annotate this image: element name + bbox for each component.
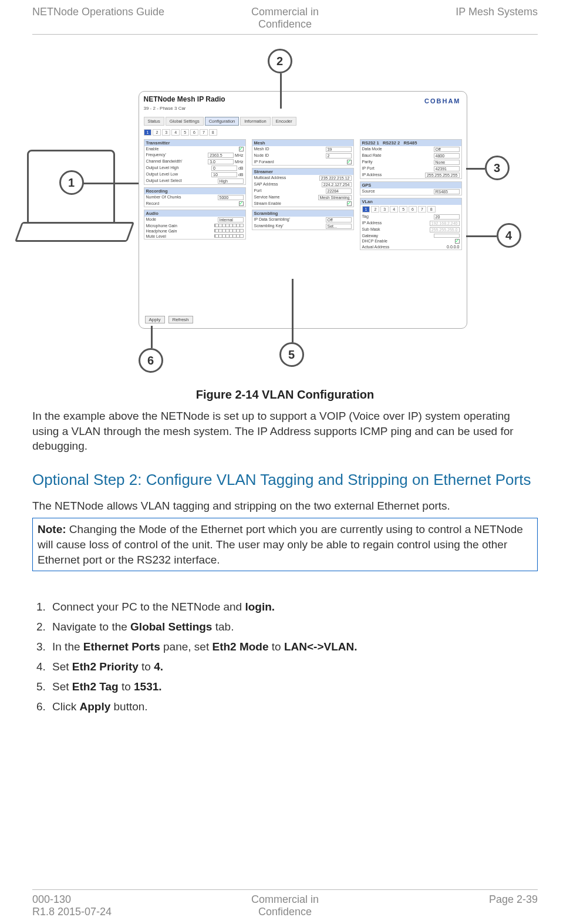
vlan-tab-5[interactable]: 5: [399, 206, 407, 213]
dhcp-enable-checkbox[interactable]: [455, 239, 460, 244]
record-checkbox[interactable]: [239, 201, 244, 206]
tab-status[interactable]: Status: [144, 117, 164, 126]
sub-tabs: 1 2 3 4 5 6 7 8: [144, 129, 462, 136]
group-vlan: VLan 1 2 3 4 5 6 7 8 Tag20 IP Address1: [360, 198, 462, 250]
note-box: Note: Changing the Mode of the Ethernet …: [32, 518, 538, 571]
mute-level-slider[interactable]: [214, 234, 244, 238]
step-intro: The NETNode allows VLAN tagging and stri…: [32, 498, 538, 514]
tab-rs232-1[interactable]: RS232 1: [362, 140, 379, 146]
note-text: Changing the Mode of the Ethernet port w…: [38, 523, 523, 565]
callout-2: 2: [268, 49, 292, 73]
step-1: Connect your PC to the NETNode and login…: [49, 597, 538, 617]
panel-subtitle: 39 - 2 - Phase 3 Car: [144, 106, 462, 111]
cobham-logo: COBHAM: [424, 97, 461, 104]
vlan-tab-7[interactable]: 7: [418, 206, 426, 213]
panel-title: NETNode Mesh IP Radio: [144, 95, 462, 103]
main-tabs: Status Global Settings Configuration Inf…: [144, 117, 462, 126]
vlan-tab-4[interactable]: 4: [390, 206, 398, 213]
ipforward-checkbox[interactable]: [347, 160, 352, 164]
footer-left: 000-130 R1.8 2015-07-24: [32, 893, 201, 918]
step-6: Click Apply button.: [49, 697, 538, 717]
group-recording: Recording Number Of Chunks5000 Record: [144, 187, 246, 207]
mic-gain-slider[interactable]: [214, 224, 244, 227]
group-audio: Audio ModeInternal Microphone Gain Headp…: [144, 210, 246, 240]
app-panel: NETNode Mesh IP Radio 39 - 2 - Phase 3 C…: [139, 91, 467, 329]
callout-6: 6: [139, 348, 163, 373]
figure-block: NETNode Mesh IP Radio 39 - 2 - Phase 3 C…: [32, 56, 538, 375]
subtab-4[interactable]: 4: [171, 129, 180, 136]
subtab-3[interactable]: 3: [162, 129, 170, 136]
subtab-8[interactable]: 8: [209, 129, 217, 136]
step-2: Navigate to the Global Settings tab.: [49, 617, 538, 637]
steps-list: Connect your PC to the NETNode and login…: [49, 597, 538, 717]
tab-encoder[interactable]: Encoder: [272, 117, 296, 126]
vlan-tab-3[interactable]: 3: [380, 206, 389, 213]
refresh-button[interactable]: Refresh: [168, 316, 193, 323]
group-rs232: RS232 1 RS232 2 RS485 Data ModeOff Baud …: [360, 139, 462, 179]
subtab-1[interactable]: 1: [144, 129, 152, 136]
callout-3: 3: [485, 156, 510, 180]
subtab-6[interactable]: 6: [190, 129, 198, 136]
group-transmitter: Transmitter Enable Frequency'2363.5 MHz …: [144, 139, 246, 185]
subtab-2[interactable]: 2: [153, 129, 161, 136]
group-mesh: Mesh Mesh ID39 Node ID2 IP Forward: [252, 139, 354, 166]
stream-enable-checkbox[interactable]: [347, 201, 352, 206]
figure-image: NETNode Mesh IP Radio 39 - 2 - Phase 3 C…: [97, 56, 473, 373]
step-5: Set Eth2 Tag to 1531.: [49, 677, 538, 697]
tab-information[interactable]: Information: [240, 117, 271, 126]
paragraph-after-figure: In the example above the NETNode is set …: [32, 409, 538, 454]
callout-1: 1: [59, 170, 84, 195]
page-header: NETNode Operations Guide Commercial in C…: [32, 0, 538, 35]
tab-rs232-2[interactable]: RS232 2: [383, 140, 400, 146]
header-left: NETNode Operations Guide: [32, 6, 201, 31]
vlan-tab-1[interactable]: 1: [362, 206, 370, 213]
tab-configuration[interactable]: Configuration: [205, 117, 240, 126]
vlan-tab-6[interactable]: 6: [409, 206, 417, 213]
note-label: Note:: [38, 523, 66, 535]
group-streamer: Streamer Multicast Address235.222.215.12…: [252, 168, 354, 207]
step-4: Set Eth2 Priority to 4.: [49, 657, 538, 677]
figure-caption: Figure 2-14 VLAN Configuration: [32, 388, 538, 402]
header-center: Commercial in Confidence: [201, 6, 369, 31]
step-3: In the Ethernet Ports pane, set Eth2 Mod…: [49, 637, 538, 657]
headphone-gain-slider[interactable]: [214, 229, 244, 232]
header-right: IP Mesh Systems: [369, 6, 538, 31]
tab-rs485[interactable]: RS485: [403, 140, 417, 146]
page-footer: 000-130 R1.8 2015-07-24 Commercial in Co…: [32, 889, 538, 918]
subtab-5[interactable]: 5: [181, 129, 189, 136]
tab-global[interactable]: Global Settings: [166, 117, 204, 126]
group-gps: GPS SourceRS485: [360, 181, 462, 195]
vlan-tab-8[interactable]: 8: [427, 206, 436, 213]
subtab-7[interactable]: 7: [200, 129, 208, 136]
vlan-tab-2[interactable]: 2: [371, 206, 379, 213]
enable-checkbox[interactable]: [239, 147, 244, 151]
callout-4: 4: [497, 223, 521, 248]
footer-center: Commercial in Confidence: [201, 893, 369, 918]
apply-button[interactable]: Apply: [145, 316, 165, 323]
group-scrambling: Scrambling IP Data Scrambling'Off Scramb…: [252, 210, 354, 230]
section-heading: Optional Step 2: Configure VLAN Tagging …: [32, 470, 538, 490]
callout-5: 5: [279, 342, 304, 367]
footer-right: Page 2-39: [369, 893, 538, 918]
